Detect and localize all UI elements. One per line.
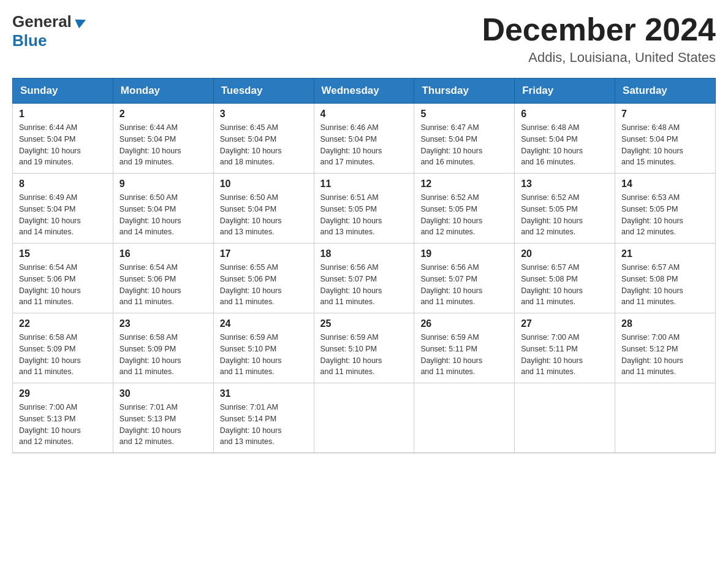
day-number: 7 (621, 109, 709, 120)
day-number: 27 (521, 318, 609, 329)
logo-general-text: General (12, 12, 72, 31)
calendar-cell: 2 Sunrise: 6:44 AM Sunset: 5:04 PM Dayli… (113, 104, 213, 174)
calendar-cell: 12 Sunrise: 6:52 AM Sunset: 5:05 PM Dayl… (414, 174, 515, 243)
day-number: 29 (19, 388, 107, 399)
calendar-cell: 26 Sunrise: 6:59 AM Sunset: 5:11 PM Dayl… (414, 313, 515, 383)
day-number: 25 (320, 318, 408, 329)
day-info: Sunrise: 6:44 AM Sunset: 5:04 PM Dayligh… (119, 122, 207, 168)
day-info: Sunrise: 7:00 AM Sunset: 5:13 PM Dayligh… (19, 402, 107, 448)
day-number: 17 (220, 248, 308, 259)
logo: General Blue (12, 12, 88, 50)
calendar-cell: 23 Sunrise: 6:58 AM Sunset: 5:09 PM Dayl… (113, 313, 213, 383)
day-info: Sunrise: 6:57 AM Sunset: 5:08 PM Dayligh… (621, 262, 709, 308)
calendar-cell (615, 383, 716, 453)
day-number: 12 (420, 178, 508, 190)
calendar-cell: 4 Sunrise: 6:46 AM Sunset: 5:04 PM Dayli… (314, 104, 414, 174)
day-number: 6 (521, 109, 609, 120)
location-subtitle: Addis, Louisiana, United States (482, 50, 716, 66)
calendar-cell: 17 Sunrise: 6:55 AM Sunset: 5:06 PM Dayl… (213, 243, 314, 313)
day-number: 9 (119, 178, 207, 190)
day-number: 2 (119, 109, 207, 120)
day-number: 3 (220, 109, 308, 120)
calendar-cell: 27 Sunrise: 7:00 AM Sunset: 5:11 PM Dayl… (515, 313, 615, 383)
title-section: December 2024 Addis, Louisiana, United S… (482, 12, 716, 66)
week-row-4: 22 Sunrise: 6:58 AM Sunset: 5:09 PM Dayl… (13, 313, 716, 383)
calendar-cell: 28 Sunrise: 7:00 AM Sunset: 5:12 PM Dayl… (615, 313, 716, 383)
day-info: Sunrise: 6:51 AM Sunset: 5:05 PM Dayligh… (320, 192, 408, 238)
weekday-header-sunday: Sunday (13, 79, 113, 104)
calendar-cell (314, 383, 414, 453)
day-info: Sunrise: 6:56 AM Sunset: 5:07 PM Dayligh… (320, 262, 408, 308)
day-info: Sunrise: 6:59 AM Sunset: 5:11 PM Dayligh… (420, 332, 508, 378)
day-info: Sunrise: 6:53 AM Sunset: 5:05 PM Dayligh… (621, 192, 709, 238)
day-number: 11 (320, 178, 408, 190)
day-info: Sunrise: 7:00 AM Sunset: 5:12 PM Dayligh… (621, 332, 709, 378)
day-number: 23 (119, 318, 207, 329)
calendar-cell: 14 Sunrise: 6:53 AM Sunset: 5:05 PM Dayl… (615, 174, 716, 243)
day-number: 5 (420, 109, 508, 120)
calendar-cell: 18 Sunrise: 6:56 AM Sunset: 5:07 PM Dayl… (314, 243, 414, 313)
calendar-cell: 29 Sunrise: 7:00 AM Sunset: 5:13 PM Dayl… (13, 383, 113, 453)
week-row-5: 29 Sunrise: 7:00 AM Sunset: 5:13 PM Dayl… (13, 383, 716, 453)
calendar-cell: 16 Sunrise: 6:54 AM Sunset: 5:06 PM Dayl… (113, 243, 213, 313)
calendar-cell: 31 Sunrise: 7:01 AM Sunset: 5:14 PM Dayl… (213, 383, 314, 453)
calendar-cell: 10 Sunrise: 6:50 AM Sunset: 5:04 PM Dayl… (213, 174, 314, 243)
calendar-cell: 3 Sunrise: 6:45 AM Sunset: 5:04 PM Dayli… (213, 104, 314, 174)
calendar-cell (515, 383, 615, 453)
weekday-header-wednesday: Wednesday (314, 79, 414, 104)
calendar-cell: 25 Sunrise: 6:59 AM Sunset: 5:10 PM Dayl… (314, 313, 414, 383)
weekday-header-friday: Friday (515, 79, 615, 104)
day-number: 31 (220, 388, 308, 399)
calendar-cell: 1 Sunrise: 6:44 AM Sunset: 5:04 PM Dayli… (13, 104, 113, 174)
day-info: Sunrise: 6:49 AM Sunset: 5:04 PM Dayligh… (19, 192, 107, 238)
day-number: 28 (621, 318, 709, 329)
day-info: Sunrise: 6:48 AM Sunset: 5:04 PM Dayligh… (621, 122, 709, 168)
day-number: 8 (19, 178, 107, 190)
day-info: Sunrise: 6:55 AM Sunset: 5:06 PM Dayligh… (220, 262, 308, 308)
day-info: Sunrise: 6:59 AM Sunset: 5:10 PM Dayligh… (320, 332, 408, 378)
day-number: 1 (19, 109, 107, 120)
day-number: 26 (420, 318, 508, 329)
weekday-header-thursday: Thursday (414, 79, 515, 104)
calendar-cell: 19 Sunrise: 6:56 AM Sunset: 5:07 PM Dayl… (414, 243, 515, 313)
week-row-3: 15 Sunrise: 6:54 AM Sunset: 5:06 PM Dayl… (13, 243, 716, 313)
calendar-cell: 11 Sunrise: 6:51 AM Sunset: 5:05 PM Dayl… (314, 174, 414, 243)
calendar-cell: 8 Sunrise: 6:49 AM Sunset: 5:04 PM Dayli… (13, 174, 113, 243)
day-info: Sunrise: 6:57 AM Sunset: 5:08 PM Dayligh… (521, 262, 609, 308)
calendar-cell: 13 Sunrise: 6:52 AM Sunset: 5:05 PM Dayl… (515, 174, 615, 243)
day-info: Sunrise: 6:50 AM Sunset: 5:04 PM Dayligh… (220, 192, 308, 238)
day-number: 10 (220, 178, 308, 190)
day-number: 21 (621, 248, 709, 259)
day-info: Sunrise: 6:58 AM Sunset: 5:09 PM Dayligh… (119, 332, 207, 378)
logo-blue-text: Blue (12, 31, 47, 50)
calendar-cell: 22 Sunrise: 6:58 AM Sunset: 5:09 PM Dayl… (13, 313, 113, 383)
day-number: 24 (220, 318, 308, 329)
day-number: 14 (621, 178, 709, 190)
week-row-2: 8 Sunrise: 6:49 AM Sunset: 5:04 PM Dayli… (13, 174, 716, 243)
calendar-cell: 20 Sunrise: 6:57 AM Sunset: 5:08 PM Dayl… (515, 243, 615, 313)
day-number: 18 (320, 248, 408, 259)
calendar-cell: 24 Sunrise: 6:59 AM Sunset: 5:10 PM Dayl… (213, 313, 314, 383)
logo-arrow-icon (74, 15, 88, 29)
day-info: Sunrise: 6:44 AM Sunset: 5:04 PM Dayligh… (19, 122, 107, 168)
month-year-title: December 2024 (482, 12, 716, 47)
calendar-cell: 21 Sunrise: 6:57 AM Sunset: 5:08 PM Dayl… (615, 243, 716, 313)
calendar-cell: 30 Sunrise: 7:01 AM Sunset: 5:13 PM Dayl… (113, 383, 213, 453)
weekday-header-row: SundayMondayTuesdayWednesdayThursdayFrid… (13, 79, 716, 104)
day-number: 16 (119, 248, 207, 259)
day-info: Sunrise: 6:54 AM Sunset: 5:06 PM Dayligh… (119, 262, 207, 308)
calendar-cell: 5 Sunrise: 6:47 AM Sunset: 5:04 PM Dayli… (414, 104, 515, 174)
day-info: Sunrise: 7:00 AM Sunset: 5:11 PM Dayligh… (521, 332, 609, 378)
calendar-cell: 6 Sunrise: 6:48 AM Sunset: 5:04 PM Dayli… (515, 104, 615, 174)
day-number: 19 (420, 248, 508, 259)
day-info: Sunrise: 6:56 AM Sunset: 5:07 PM Dayligh… (420, 262, 508, 308)
day-number: 13 (521, 178, 609, 190)
page-header: General Blue December 2024 Addis, Louisi… (12, 12, 716, 66)
day-number: 30 (119, 388, 207, 399)
day-number: 22 (19, 318, 107, 329)
day-info: Sunrise: 7:01 AM Sunset: 5:13 PM Dayligh… (119, 402, 207, 448)
calendar-table: SundayMondayTuesdayWednesdayThursdayFrid… (12, 78, 716, 453)
day-info: Sunrise: 6:45 AM Sunset: 5:04 PM Dayligh… (220, 122, 308, 168)
weekday-header-tuesday: Tuesday (213, 79, 314, 104)
week-row-1: 1 Sunrise: 6:44 AM Sunset: 5:04 PM Dayli… (13, 104, 716, 174)
